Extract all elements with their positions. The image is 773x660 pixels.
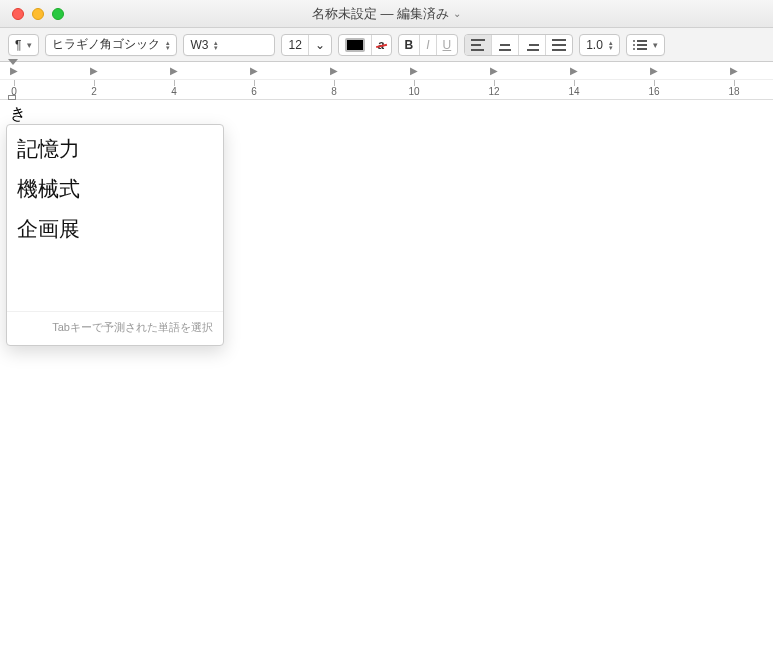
window-title[interactable]: 名称未設定 — 編集済み ⌄ [0,5,773,23]
font-size-stepper[interactable]: ⌄ [309,35,331,55]
tab-stop-marker[interactable]: ▶ [730,65,738,76]
align-right-icon [525,39,539,51]
ruler[interactable]: ▶▶▶▶▶▶▶▶▶▶ 024681012141618 [0,62,773,100]
ruler-tick [734,80,735,86]
tab-stop-marker[interactable]: ▶ [10,65,18,76]
font-weight-select[interactable]: W3 ▴▾ [183,34,275,56]
document-area[interactable]: き 記憶力 機械式 企画展 Tabキーで予測された単語を選択 [0,100,773,660]
ruler-tick [14,80,15,86]
ruler-number: 18 [728,86,739,97]
tab-stop-marker[interactable]: ▶ [570,65,578,76]
highlight-color-button[interactable]: a [372,35,391,55]
align-center-icon [498,39,512,51]
italic-button[interactable]: I [420,35,436,55]
ruler-number: 10 [408,86,419,97]
ruler-number: 12 [488,86,499,97]
autocomplete-option[interactable]: 記憶力 [7,131,223,171]
underline-button[interactable]: U [437,35,458,55]
tab-stop-marker[interactable]: ▶ [410,65,418,76]
font-weight-value: W3 [190,38,208,52]
autocomplete-option[interactable]: 企画展 [7,211,223,251]
paragraph-style-menu[interactable]: ▾ [8,34,39,56]
ruler-tick [494,80,495,86]
ruler-tick [94,80,95,86]
chevron-down-icon: ⌄ [315,38,325,52]
tab-stop-marker[interactable]: ▶ [330,65,338,76]
ruler-tab-row[interactable]: ▶▶▶▶▶▶▶▶▶▶ [0,62,773,80]
chevron-down-icon: ▾ [653,40,658,50]
ruler-number: 8 [331,86,337,97]
ruler-number: 16 [648,86,659,97]
autocomplete-option[interactable]: 機械式 [7,171,223,211]
list-style-menu[interactable]: ▾ [626,34,665,56]
ruler-tick [254,80,255,86]
tab-stop-marker[interactable]: ▶ [490,65,498,76]
align-justify-button[interactable] [546,35,572,55]
align-center-button[interactable] [492,35,519,55]
formatting-toolbar: ▾ ヒラギノ角ゴシック ▴▾ W3 ▴▾ 12 ⌄ a B I U 1.0 ▴▾ [0,28,773,62]
font-family-value: ヒラギノ角ゴシック [52,36,160,53]
ruler-scale: 024681012141618 [0,80,773,100]
stepper-icon: ▴▾ [609,40,613,50]
line-spacing-value: 1.0 [586,38,603,52]
ruler-number: 6 [251,86,257,97]
chevron-down-icon: ▾ [27,40,32,50]
font-size-field[interactable]: 12 [282,35,308,55]
align-right-button[interactable] [519,35,546,55]
align-left-icon [471,39,485,51]
color-swatch-icon [345,38,365,52]
tab-stop-marker[interactable]: ▶ [250,65,258,76]
line-spacing-select[interactable]: 1.0 ▴▾ [579,34,620,56]
tab-stop-marker[interactable]: ▶ [650,65,658,76]
window-title-text: 名称未設定 — 編集済み [312,5,449,23]
tab-stop-marker[interactable]: ▶ [170,65,178,76]
ruler-number: 14 [568,86,579,97]
font-size-control: 12 ⌄ [281,34,331,56]
align-left-button[interactable] [465,35,492,55]
bold-button[interactable]: B [399,35,421,55]
ruler-tick [174,80,175,86]
font-family-select[interactable]: ヒラギノ角ゴシック ▴▾ [45,34,177,56]
tab-stop-marker[interactable]: ▶ [90,65,98,76]
alignment-group [464,34,573,56]
stepper-icon: ▴▾ [214,40,218,50]
ruler-tick [414,80,415,86]
highlight-icon: a [378,38,385,52]
color-controls: a [338,34,392,56]
ruler-number: 2 [91,86,97,97]
window-titlebar: 名称未設定 — 編集済み ⌄ [0,0,773,28]
text-style-group: B I U [398,34,459,56]
ruler-number: 4 [171,86,177,97]
autocomplete-hint: Tabキーで予測された単語を選択 [7,311,223,345]
align-justify-icon [552,39,566,51]
text-color-button[interactable] [339,35,372,55]
ruler-number: 0 [11,86,17,97]
autocomplete-popup: 記憶力 機械式 企画展 Tabキーで予測された単語を選択 [6,124,224,346]
ruler-tick [654,80,655,86]
pilcrow-icon [15,38,21,52]
list-icon [633,40,647,50]
chevron-down-icon: ⌄ [453,8,461,19]
ruler-tick [334,80,335,86]
stepper-icon: ▴▾ [166,40,170,50]
autocomplete-spacer [7,251,223,311]
ruler-tick [574,80,575,86]
